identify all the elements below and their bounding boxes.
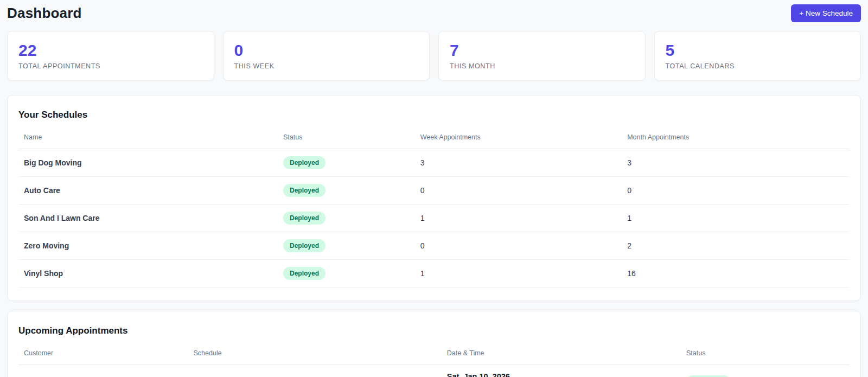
month-appointments-value: 3 <box>622 149 850 177</box>
stat-label: Total Appointments <box>18 62 203 70</box>
appointments-header-row: Customer Schedule Date & Time Status <box>18 344 850 365</box>
appointments-panel-title: Upcoming Appointments <box>18 325 850 336</box>
status-badge: Deployed <box>283 267 326 280</box>
column-header-status: Status <box>278 128 415 149</box>
schedules-header-row: Name Status Week Appointments Month Appo… <box>18 128 850 149</box>
week-appointments-value: 1 <box>415 205 622 232</box>
column-header-customer: Customer <box>18 344 188 365</box>
upcoming-appointments-panel: Upcoming Appointments Customer Schedule … <box>7 311 861 377</box>
page-title: Dashboard <box>7 5 82 22</box>
table-row[interactable]: Zero Moving Deployed 0 2 <box>18 232 850 260</box>
column-header-week-appointments: Week Appointments <box>415 128 622 149</box>
schedule-name: Big Dog Moving <box>18 149 278 177</box>
stat-label: Total Calendars <box>666 62 850 70</box>
schedule-name: Son And I Lawn Care <box>18 205 278 232</box>
table-row[interactable]: Auto Care Deployed 0 0 <box>18 177 850 205</box>
status-badge: Deployed <box>283 212 326 225</box>
appointment-schedule: Big Dog Moving <box>188 365 442 377</box>
column-header-name: Name <box>18 128 278 149</box>
week-appointments-value: 0 <box>415 232 622 260</box>
stat-card-this-week: 0 This Week <box>223 31 430 81</box>
table-row[interactable]: Josh Malone Big Dog Moving Sat, Jan 10, … <box>18 365 850 377</box>
new-schedule-button[interactable]: + New Schedule <box>791 4 861 22</box>
column-header-status: Status <box>681 344 850 365</box>
table-row[interactable]: Son And I Lawn Care Deployed 1 1 <box>18 205 850 232</box>
month-appointments-value: 0 <box>622 177 850 205</box>
week-appointments-value: 0 <box>415 177 622 205</box>
status-badge: Deployed <box>283 184 326 197</box>
stat-label: This Month <box>450 62 634 70</box>
schedules-table: Name Status Week Appointments Month Appo… <box>18 128 850 287</box>
appointment-date: Sat, Jan 10, 2026 <box>447 372 675 377</box>
stat-value: 5 <box>666 41 850 59</box>
customer-name: Josh Malone <box>18 365 188 377</box>
month-appointments-value: 2 <box>622 232 850 260</box>
schedule-name: Auto Care <box>18 177 278 205</box>
schedule-name: Zero Moving <box>18 232 278 260</box>
stat-value: 7 <box>450 41 634 59</box>
status-badge: confirmed <box>686 375 731 377</box>
week-appointments-value: 3 <box>415 149 622 177</box>
schedule-name: Vinyl Shop <box>18 260 278 287</box>
status-badge: Deployed <box>283 239 326 252</box>
column-header-schedule: Schedule <box>188 344 442 365</box>
stat-card-total-calendars: 5 Total Calendars <box>654 31 861 81</box>
stat-card-total-appointments: 22 Total Appointments <box>7 31 214 81</box>
stats-row: 22 Total Appointments 0 This Week 7 This… <box>7 31 861 81</box>
your-schedules-panel: Your Schedules Name Status Week Appointm… <box>7 95 861 301</box>
appointment-datetime: Sat, Jan 10, 2026 10:00 AM <box>442 365 681 377</box>
status-badge: Deployed <box>283 156 326 169</box>
schedules-panel-title: Your Schedules <box>18 110 850 120</box>
dashboard-page: Dashboard + New Schedule 22 Total Appoin… <box>0 0 868 377</box>
appointments-table: Customer Schedule Date & Time Status Jos… <box>18 344 850 377</box>
month-appointments-value: 16 <box>622 260 850 287</box>
column-header-month-appointments: Month Appointments <box>622 128 850 149</box>
month-appointments-value: 1 <box>622 205 850 232</box>
table-row[interactable]: Vinyl Shop Deployed 1 16 <box>18 260 850 287</box>
top-bar: Dashboard + New Schedule <box>7 0 861 28</box>
column-header-date-time: Date & Time <box>442 344 681 365</box>
table-row[interactable]: Big Dog Moving Deployed 3 3 <box>18 149 850 177</box>
week-appointments-value: 1 <box>415 260 622 287</box>
stat-value: 22 <box>18 41 203 59</box>
stat-value: 0 <box>234 41 419 59</box>
stat-card-this-month: 7 This Month <box>438 31 646 81</box>
stat-label: This Week <box>234 62 419 70</box>
